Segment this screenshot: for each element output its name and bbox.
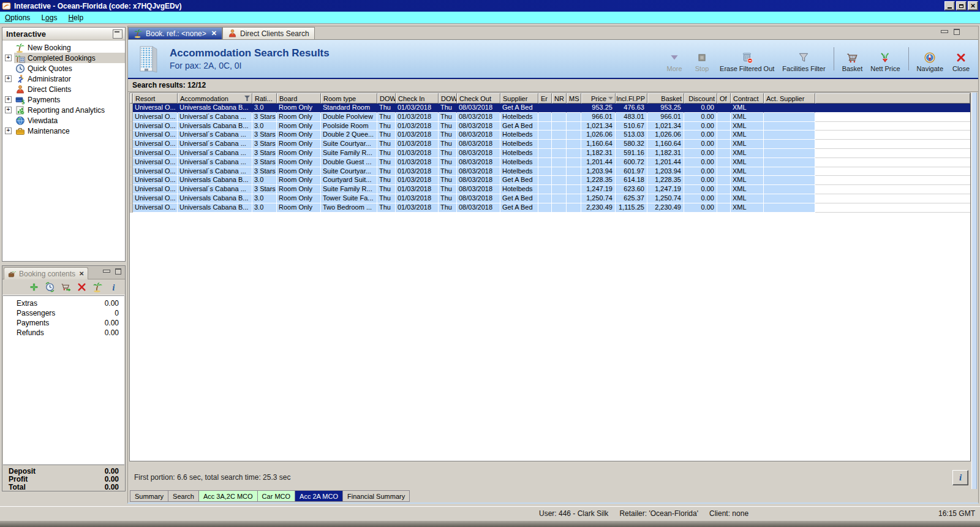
tab-car-mco[interactable]: Car MCO: [258, 490, 295, 502]
cell-contract: XML: [731, 149, 764, 158]
sidebar-item-quick-quotes[interactable]: Quick Quotes: [2, 63, 125, 74]
column-header-ms[interactable]: MS: [567, 93, 581, 104]
column-header-accommodation[interactable]: Accommodation: [178, 93, 252, 104]
add-button[interactable]: [29, 282, 39, 292]
table-row[interactable]: Universal O...Universals Cabana B...3.0R…: [130, 176, 970, 185]
cell-check-out: 08/03/2018: [457, 167, 500, 176]
table-row[interactable]: Universal O...Universals Cabana B...3.0R…: [130, 104, 970, 113]
expander-icon[interactable]: +: [5, 55, 12, 61]
table-row[interactable]: Universal O...Universal´s Cabana ...3 St…: [130, 140, 970, 149]
info-button[interactable]: i: [952, 470, 968, 485]
table-row[interactable]: Universal O...Universal´s Cabana ...3 St…: [130, 149, 970, 158]
panel-minimize-icon[interactable]: [103, 270, 110, 273]
tab-close-icon[interactable]: ✕: [211, 29, 217, 37]
column-header-nr[interactable]: NR: [552, 93, 567, 104]
column-header-supplier[interactable]: Supplier: [500, 93, 538, 104]
column-header-incl-fl-pp[interactable]: Incl.Fl.PP: [616, 93, 647, 104]
cell-price: 2,230.49: [581, 203, 616, 213]
sidebar-item-administrator[interactable]: +Administrator: [2, 74, 125, 84]
delete-button[interactable]: [77, 282, 87, 292]
column-header-check-out[interactable]: Check Out: [457, 93, 500, 104]
table-row[interactable]: Universal O...Universal´s Cabana ...3 St…: [130, 113, 970, 122]
window-minimize-button[interactable]: [944, 1, 955, 10]
sidebar-item-new-booking[interactable]: New Booking: [2, 42, 125, 53]
cell-rati: 3 Stars: [252, 167, 277, 176]
erase-filtered-out-button[interactable]: Erase Filtered Out: [720, 45, 774, 72]
quote-clock-button[interactable]: [45, 282, 55, 292]
sidebar-item-direct-clients[interactable]: Direct Clients: [2, 84, 125, 94]
cell-er: [538, 203, 552, 213]
table-row[interactable]: Universal O...Universals Cabana B...3.0R…: [130, 194, 970, 203]
more-button[interactable]: More: [665, 45, 684, 72]
cell-contract: XML: [731, 158, 764, 167]
row-filler: [815, 194, 970, 203]
tab-search[interactable]: Search: [168, 490, 199, 502]
close-button[interactable]: Close: [951, 45, 971, 72]
tab-financial-summary[interactable]: Financial Summary: [343, 490, 410, 502]
basket-transfer-button[interactable]: [61, 282, 71, 292]
cell-price: 953.25: [581, 104, 616, 113]
tab-summary[interactable]: Summary: [130, 490, 168, 502]
tab-booking-ref[interactable]: Book. ref.: <none> ✕: [128, 27, 222, 39]
tab-acc-3a2c-mco[interactable]: Acc 3A,2C MCO: [199, 490, 258, 502]
sidebar-item-reporting-and-analytics[interactable]: +Reporting and Analytics: [2, 105, 125, 115]
column-header-basket[interactable]: Basket: [647, 93, 684, 104]
sidebar-minimize-button[interactable]: [113, 29, 123, 39]
column-header-act-supplier[interactable]: Act. Supplier: [764, 93, 815, 104]
vertical-scrollbar[interactable]: [971, 93, 977, 489]
expander-icon[interactable]: +: [5, 96, 12, 103]
panel-minimize-icon[interactable]: [941, 30, 948, 33]
menu-logs[interactable]: Logs: [41, 13, 57, 22]
facilities-filter-button[interactable]: Facilities Filter: [782, 45, 825, 72]
column-header-er[interactable]: Er: [538, 93, 552, 104]
cell-act-supplier: [764, 203, 815, 213]
nett-price-button[interactable]: Nett Price: [870, 45, 900, 72]
window-restore-button[interactable]: [956, 1, 967, 10]
booking-contents-tab[interactable]: Booking contents ✕: [4, 267, 88, 279]
menu-help[interactable]: Help: [68, 13, 83, 22]
column-header-board[interactable]: Board: [277, 93, 321, 104]
sidebar-item-payments[interactable]: +$Payments: [2, 94, 125, 105]
expander-icon[interactable]: +: [5, 107, 12, 113]
panel-maximize-icon[interactable]: [954, 29, 960, 35]
column-header-rati[interactable]: Rati...: [252, 93, 277, 104]
cell-supplier: Hotelbeds: [500, 131, 538, 140]
navigate-button[interactable]: Navigate: [917, 45, 943, 72]
sidebar-item-maintenance[interactable]: +Maintenance: [2, 126, 125, 136]
expander-icon[interactable]: +: [5, 127, 12, 134]
stop-button[interactable]: Stop: [692, 45, 712, 72]
cell-check-out: 08/03/2018: [457, 104, 500, 113]
table-row[interactable]: Universal O...Universal´s Cabana ...3 St…: [130, 185, 970, 194]
column-header-resort[interactable]: Resort: [133, 93, 178, 104]
palm-tree-button[interactable]: [92, 282, 103, 292]
tab-direct-clients-search[interactable]: Direct Clients Search: [222, 27, 315, 39]
column-header-dow[interactable]: DOW: [377, 93, 396, 104]
column-header-of[interactable]: Of: [717, 93, 731, 104]
info-button[interactable]: i: [108, 282, 119, 292]
column-header-room-type[interactable]: Room type: [321, 93, 377, 104]
table-row[interactable]: Universal O...Universals Cabana B...3.0R…: [130, 122, 970, 131]
window-close-button[interactable]: ✕: [968, 1, 978, 10]
sidebar-item-completed-bookings[interactable]: +Completed Bookings: [2, 53, 125, 63]
sidebar-item-viewdata[interactable]: Viewdata: [2, 115, 125, 126]
booking-contents-close-icon[interactable]: ✕: [79, 270, 84, 277]
basket-button[interactable]: Basket: [842, 45, 863, 72]
cell-ms: [567, 122, 581, 131]
column-header-price[interactable]: Price: [581, 93, 616, 104]
booking-contents-list: Extras0.00 Passengers0 Payments0.00 Refu…: [3, 295, 124, 464]
table-row[interactable]: Universal O...Universal´s Cabana ...3 St…: [130, 158, 970, 167]
toolbar-button-label: Nett Price: [870, 65, 900, 72]
expander-icon[interactable]: +: [5, 75, 12, 82]
table-row[interactable]: Universal O...Universals Cabana B...3.0R…: [130, 203, 970, 213]
column-header-dow[interactable]: DOW: [439, 93, 457, 104]
cell-rati: 3.0: [252, 203, 277, 213]
palm-tree-icon: [92, 282, 103, 292]
column-header-discount[interactable]: Discount: [684, 93, 717, 104]
table-row[interactable]: Universal O...Universal´s Cabana ...3 St…: [130, 131, 970, 140]
column-header-check-in[interactable]: Check In: [396, 93, 439, 104]
column-header-contract[interactable]: Contract: [731, 93, 764, 104]
tab-acc-2a-mco[interactable]: Acc 2A MCO: [295, 490, 343, 502]
panel-maximize-icon[interactable]: [115, 268, 121, 275]
menu-options[interactable]: Options: [5, 13, 30, 22]
table-row[interactable]: Universal O...Universal´s Cabana ...3 St…: [130, 167, 970, 176]
